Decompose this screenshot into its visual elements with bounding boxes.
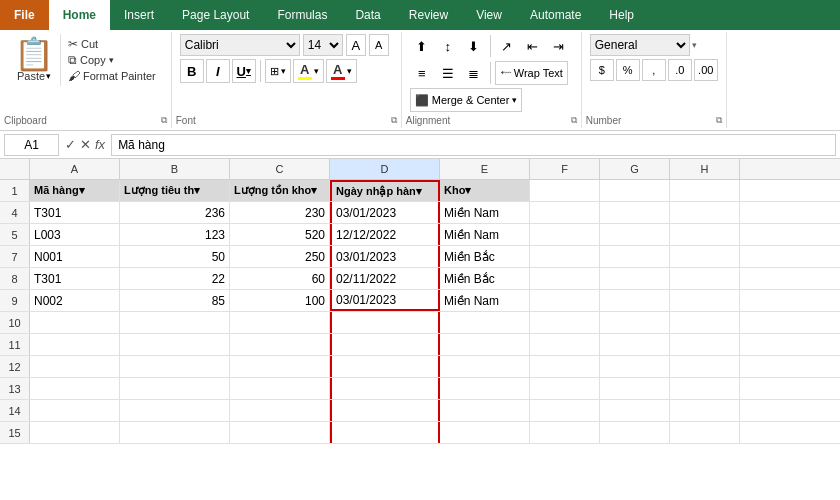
fill-color-button[interactable]: A ▾ bbox=[293, 59, 324, 83]
cell[interactable]: 520 bbox=[230, 224, 330, 245]
paste-button[interactable]: 📋 Paste ▾ bbox=[8, 34, 61, 86]
col-header-d[interactable]: D bbox=[330, 159, 440, 179]
indent-increase-button[interactable]: ⇥ bbox=[547, 34, 571, 58]
cell[interactable] bbox=[600, 180, 670, 201]
cell[interactable] bbox=[600, 400, 670, 421]
cell[interactable]: T301 bbox=[30, 202, 120, 223]
cell[interactable] bbox=[330, 378, 440, 399]
underline-button[interactable]: U▾ bbox=[232, 59, 256, 83]
align-right-button[interactable]: ≣ bbox=[462, 61, 486, 85]
cell[interactable] bbox=[120, 378, 230, 399]
row-number[interactable]: 1 bbox=[0, 180, 30, 201]
format-painter-button[interactable]: 🖌 Format Painter bbox=[65, 68, 159, 84]
cell[interactable] bbox=[30, 378, 120, 399]
cell[interactable] bbox=[600, 312, 670, 333]
col-header-a[interactable]: A bbox=[30, 159, 120, 179]
border-button[interactable]: ⊞ ▾ bbox=[265, 59, 291, 83]
cell[interactable] bbox=[440, 400, 530, 421]
col-header-f[interactable]: F bbox=[530, 159, 600, 179]
cell[interactable] bbox=[30, 312, 120, 333]
cell[interactable]: Lượng tồn kho▾ bbox=[230, 180, 330, 201]
row-number[interactable]: 8 bbox=[0, 268, 30, 289]
italic-button[interactable]: I bbox=[206, 59, 230, 83]
cell[interactable] bbox=[30, 400, 120, 421]
cell[interactable] bbox=[530, 422, 600, 443]
tab-data[interactable]: Data bbox=[341, 0, 394, 30]
cell[interactable] bbox=[440, 422, 530, 443]
cell[interactable] bbox=[670, 268, 740, 289]
cell[interactable] bbox=[120, 400, 230, 421]
row-number[interactable]: 9 bbox=[0, 290, 30, 311]
cell[interactable]: L003 bbox=[30, 224, 120, 245]
tab-page-layout[interactable]: Page Layout bbox=[168, 0, 263, 30]
cell[interactable] bbox=[440, 378, 530, 399]
cell[interactable] bbox=[600, 246, 670, 267]
cell[interactable]: 02/11/2022 bbox=[330, 268, 440, 289]
cell[interactable] bbox=[120, 422, 230, 443]
cell[interactable]: 50 bbox=[120, 246, 230, 267]
cell[interactable] bbox=[440, 312, 530, 333]
tab-help[interactable]: Help bbox=[595, 0, 648, 30]
cell[interactable]: Mã hàng▾ bbox=[30, 180, 120, 201]
wrap-text-button[interactable]: ⬳ Wrap Text bbox=[495, 61, 568, 85]
cell[interactable]: T301 bbox=[30, 268, 120, 289]
tab-review[interactable]: Review bbox=[395, 0, 462, 30]
cell[interactable]: 12/12/2022 bbox=[330, 224, 440, 245]
text-direction-button[interactable]: ↗ bbox=[495, 34, 519, 58]
row-number[interactable]: 13 bbox=[0, 378, 30, 399]
cell[interactable]: 22 bbox=[120, 268, 230, 289]
align-center-button[interactable]: ☰ bbox=[436, 61, 460, 85]
cell[interactable] bbox=[670, 422, 740, 443]
cell[interactable] bbox=[440, 356, 530, 377]
number-format-select[interactable]: General bbox=[590, 34, 690, 56]
cell[interactable] bbox=[230, 422, 330, 443]
cell[interactable] bbox=[530, 400, 600, 421]
tab-view[interactable]: View bbox=[462, 0, 516, 30]
cell[interactable] bbox=[230, 378, 330, 399]
copy-dropdown-arrow[interactable]: ▾ bbox=[109, 55, 114, 65]
cell[interactable] bbox=[530, 224, 600, 245]
decrease-decimal-button[interactable]: .00 bbox=[694, 59, 718, 81]
comma-button[interactable]: , bbox=[642, 59, 666, 81]
col-header-b[interactable]: B bbox=[120, 159, 230, 179]
font-color-button[interactable]: A ▾ bbox=[326, 59, 357, 83]
align-bottom-button[interactable]: ⬇ bbox=[462, 34, 486, 58]
align-left-button[interactable]: ≡ bbox=[410, 61, 434, 85]
cell[interactable] bbox=[530, 246, 600, 267]
cell[interactable]: Miền Nam bbox=[440, 290, 530, 311]
cell[interactable] bbox=[120, 334, 230, 355]
cell[interactable] bbox=[600, 356, 670, 377]
col-header-h[interactable]: H bbox=[670, 159, 740, 179]
cell[interactable]: Miền Nam bbox=[440, 224, 530, 245]
row-number[interactable]: 15 bbox=[0, 422, 30, 443]
cell-reference-input[interactable] bbox=[4, 134, 59, 156]
cell[interactable] bbox=[600, 290, 670, 311]
col-header-g[interactable]: G bbox=[600, 159, 670, 179]
clipboard-group-expand[interactable]: ⧉ bbox=[161, 115, 167, 126]
row-number[interactable]: 14 bbox=[0, 400, 30, 421]
cell[interactable]: 03/01/2023 bbox=[330, 202, 440, 223]
cell[interactable] bbox=[670, 356, 740, 377]
cell[interactable] bbox=[600, 422, 670, 443]
cell[interactable]: N001 bbox=[30, 246, 120, 267]
cell[interactable] bbox=[530, 312, 600, 333]
cell[interactable] bbox=[530, 180, 600, 201]
cell[interactable] bbox=[530, 356, 600, 377]
cell[interactable]: 03/01/2023 bbox=[330, 246, 440, 267]
font-size-increase-button[interactable]: A bbox=[346, 34, 366, 56]
cell[interactable] bbox=[670, 202, 740, 223]
percent-button[interactable]: % bbox=[616, 59, 640, 81]
cell[interactable] bbox=[670, 180, 740, 201]
formula-input[interactable] bbox=[111, 134, 836, 156]
cell[interactable] bbox=[600, 202, 670, 223]
cell[interactable] bbox=[670, 290, 740, 311]
tab-file[interactable]: File bbox=[0, 0, 49, 30]
row-number[interactable]: 11 bbox=[0, 334, 30, 355]
row-number[interactable]: 10 bbox=[0, 312, 30, 333]
font-size-select[interactable]: 14 bbox=[303, 34, 343, 56]
cell[interactable] bbox=[30, 356, 120, 377]
row-number[interactable]: 12 bbox=[0, 356, 30, 377]
formula-cancel-icon[interactable]: ✕ bbox=[80, 137, 91, 152]
cell[interactable]: Miền Bắc bbox=[440, 246, 530, 267]
col-header-e[interactable]: E bbox=[440, 159, 530, 179]
